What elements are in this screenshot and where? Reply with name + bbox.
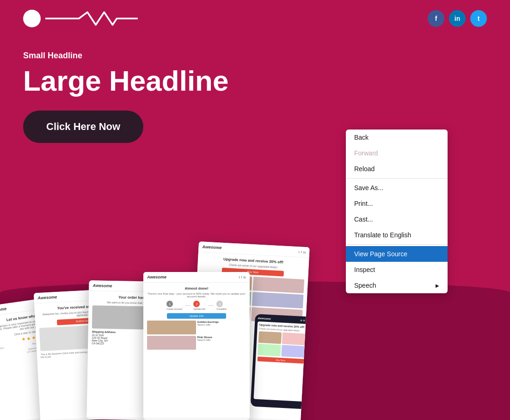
- context-menu-cast[interactable]: Cast...: [346, 211, 448, 227]
- logo-lightning: [45, 9, 138, 28]
- twitter-icon[interactable]: t: [470, 10, 487, 27]
- context-menu-print[interactable]: Print...: [346, 196, 448, 211]
- logo-area: [23, 9, 138, 28]
- facebook-icon[interactable]: f: [428, 10, 444, 27]
- hero-section: Small Headline Large Headline Click Here…: [0, 37, 510, 143]
- social-icons: f in t: [428, 10, 487, 27]
- linkedin-icon[interactable]: in: [449, 10, 466, 27]
- context-menu-back[interactable]: Back: [346, 130, 448, 145]
- divider-1: [346, 178, 448, 179]
- header: f in t: [0, 0, 510, 37]
- context-menu-view-source[interactable]: View Page Source: [346, 246, 448, 262]
- large-headline: Large Headline: [23, 65, 487, 97]
- mobile-card: Awesome Upgrade now and receive 20% off!…: [251, 314, 310, 409]
- context-menu-speech[interactable]: Speech ▶: [346, 278, 448, 293]
- email-card-almost-done: Awesome tfin Almost done! There's one fi…: [143, 272, 250, 420]
- speech-arrow-icon: ▶: [436, 283, 439, 288]
- small-headline: Small Headline: [23, 51, 487, 61]
- context-menu-translate[interactable]: Translate to English: [346, 227, 448, 243]
- cta-button[interactable]: Click Here Now: [23, 111, 143, 143]
- context-menu-forward[interactable]: Forward: [346, 145, 448, 161]
- divider-2: [346, 244, 448, 245]
- context-menu-reload[interactable]: Reload: [346, 161, 448, 177]
- context-menu-inspect[interactable]: Inspect: [346, 262, 448, 278]
- context-menu: Back Forward Reload Save As... Print... …: [346, 130, 448, 293]
- context-menu-save-as[interactable]: Save As...: [346, 180, 448, 196]
- logo-circle: [23, 10, 41, 27]
